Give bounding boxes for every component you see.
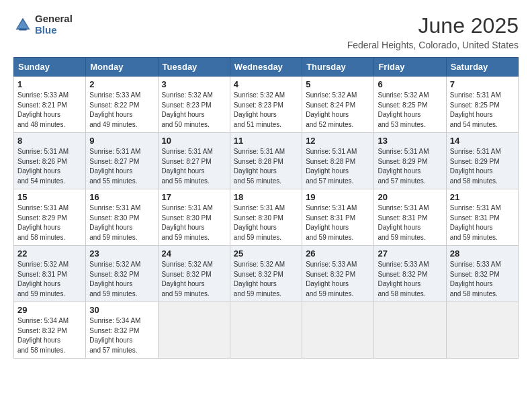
calendar-cell: 10 Sunrise: 5:31 AM Sunset: 8:27 PM Dayl…	[158, 133, 230, 189]
day-number: 13	[378, 136, 442, 146]
svg-rect-2	[19, 28, 26, 30]
col-friday: Friday	[374, 58, 446, 77]
location-subtitle: Federal Heights, Colorado, United States	[347, 40, 519, 50]
calendar-cell: 20 Sunrise: 5:31 AM Sunset: 8:31 PM Dayl…	[374, 189, 446, 246]
calendar-table: Sunday Monday Tuesday Wednesday Thursday…	[13, 57, 519, 359]
day-info: Sunrise: 5:32 AM Sunset: 8:32 PM Dayligh…	[162, 260, 226, 299]
col-sunday: Sunday	[14, 58, 86, 77]
calendar-cell: 14 Sunrise: 5:31 AM Sunset: 8:29 PM Dayl…	[446, 133, 518, 189]
calendar-cell: 7 Sunrise: 5:31 AM Sunset: 8:25 PM Dayli…	[446, 77, 518, 133]
day-number: 8	[17, 136, 82, 146]
calendar-cell: 23 Sunrise: 5:32 AM Sunset: 8:32 PM Dayl…	[86, 246, 158, 302]
calendar-cell: 8 Sunrise: 5:31 AM Sunset: 8:26 PM Dayli…	[14, 133, 86, 189]
calendar-cell: 9 Sunrise: 5:31 AM Sunset: 8:27 PM Dayli…	[86, 133, 158, 189]
day-info: Sunrise: 5:31 AM Sunset: 8:29 PM Dayligh…	[450, 147, 515, 186]
day-number: 20	[378, 192, 442, 202]
day-info: Sunrise: 5:31 AM Sunset: 8:25 PM Dayligh…	[450, 91, 515, 130]
calendar-cell: 11 Sunrise: 5:31 AM Sunset: 8:28 PM Dayl…	[230, 133, 302, 189]
calendar-cell: 26 Sunrise: 5:33 AM Sunset: 8:32 PM Dayl…	[302, 246, 374, 302]
calendar-cell	[302, 302, 374, 359]
col-thursday: Thursday	[302, 58, 374, 77]
day-info: Sunrise: 5:33 AM Sunset: 8:32 PM Dayligh…	[306, 260, 370, 299]
day-number: 14	[450, 136, 515, 146]
calendar-cell	[158, 302, 230, 359]
day-info: Sunrise: 5:32 AM Sunset: 8:32 PM Dayligh…	[234, 260, 298, 299]
calendar-cell: 1 Sunrise: 5:33 AM Sunset: 8:21 PM Dayli…	[14, 77, 86, 133]
day-number: 17	[162, 192, 226, 202]
day-info: Sunrise: 5:33 AM Sunset: 8:32 PM Dayligh…	[378, 260, 442, 299]
calendar-cell: 21 Sunrise: 5:31 AM Sunset: 8:31 PM Dayl…	[446, 189, 518, 246]
calendar-cell: 28 Sunrise: 5:33 AM Sunset: 8:32 PM Dayl…	[446, 246, 518, 302]
day-info: Sunrise: 5:31 AM Sunset: 8:28 PM Dayligh…	[306, 147, 370, 186]
calendar-cell: 2 Sunrise: 5:33 AM Sunset: 8:22 PM Dayli…	[86, 77, 158, 133]
calendar-week-4: 22 Sunrise: 5:32 AM Sunset: 8:31 PM Dayl…	[14, 246, 519, 302]
day-number: 27	[378, 248, 442, 259]
day-number: 16	[89, 192, 154, 202]
logo-general-text: General	[35, 13, 73, 25]
day-number: 11	[234, 136, 298, 146]
col-tuesday: Tuesday	[158, 58, 230, 77]
day-info: Sunrise: 5:32 AM Sunset: 8:25 PM Dayligh…	[378, 91, 442, 130]
day-number: 21	[450, 192, 515, 202]
calendar-cell: 27 Sunrise: 5:33 AM Sunset: 8:32 PM Dayl…	[374, 246, 446, 302]
day-number: 25	[234, 248, 298, 259]
day-number: 12	[306, 136, 370, 146]
logo-icon	[13, 15, 32, 34]
calendar-cell: 29 Sunrise: 5:34 AM Sunset: 8:32 PM Dayl…	[14, 302, 86, 359]
calendar-cell: 22 Sunrise: 5:32 AM Sunset: 8:31 PM Dayl…	[14, 246, 86, 302]
day-info: Sunrise: 5:31 AM Sunset: 8:30 PM Dayligh…	[234, 203, 298, 242]
day-info: Sunrise: 5:32 AM Sunset: 8:24 PM Dayligh…	[306, 91, 370, 130]
day-info: Sunrise: 5:31 AM Sunset: 8:26 PM Dayligh…	[17, 147, 82, 186]
day-info: Sunrise: 5:33 AM Sunset: 8:22 PM Dayligh…	[89, 91, 154, 130]
day-number: 28	[450, 248, 515, 259]
day-info: Sunrise: 5:32 AM Sunset: 8:23 PM Dayligh…	[234, 91, 298, 130]
calendar-week-5: 29 Sunrise: 5:34 AM Sunset: 8:32 PM Dayl…	[14, 302, 519, 359]
day-number: 5	[306, 79, 370, 89]
day-info: Sunrise: 5:31 AM Sunset: 8:29 PM Dayligh…	[378, 147, 442, 186]
calendar-cell: 18 Sunrise: 5:31 AM Sunset: 8:30 PM Dayl…	[230, 189, 302, 246]
day-info: Sunrise: 5:31 AM Sunset: 8:31 PM Dayligh…	[306, 203, 370, 242]
day-number: 6	[378, 79, 442, 89]
day-info: Sunrise: 5:32 AM Sunset: 8:31 PM Dayligh…	[17, 260, 82, 299]
day-info: Sunrise: 5:32 AM Sunset: 8:32 PM Dayligh…	[89, 260, 154, 299]
day-info: Sunrise: 5:31 AM Sunset: 8:29 PM Dayligh…	[17, 203, 82, 242]
calendar-cell: 30 Sunrise: 5:34 AM Sunset: 8:32 PM Dayl…	[86, 302, 158, 359]
day-number: 3	[162, 79, 226, 89]
col-wednesday: Wednesday	[230, 58, 302, 77]
day-number: 19	[306, 192, 370, 202]
calendar-cell: 17 Sunrise: 5:31 AM Sunset: 8:30 PM Dayl…	[158, 189, 230, 246]
day-number: 18	[234, 192, 298, 202]
day-info: Sunrise: 5:34 AM Sunset: 8:32 PM Dayligh…	[89, 316, 154, 355]
calendar-cell: 3 Sunrise: 5:32 AM Sunset: 8:23 PM Dayli…	[158, 77, 230, 133]
day-number: 23	[89, 248, 154, 259]
month-year-title: June 2025	[347, 13, 519, 38]
calendar-cell: 24 Sunrise: 5:32 AM Sunset: 8:32 PM Dayl…	[158, 246, 230, 302]
day-info: Sunrise: 5:31 AM Sunset: 8:30 PM Dayligh…	[89, 203, 154, 242]
day-info: Sunrise: 5:31 AM Sunset: 8:31 PM Dayligh…	[450, 203, 515, 242]
day-number: 22	[17, 248, 82, 259]
calendar-header-row: Sunday Monday Tuesday Wednesday Thursday…	[14, 58, 519, 77]
day-info: Sunrise: 5:33 AM Sunset: 8:21 PM Dayligh…	[17, 91, 82, 130]
calendar-week-3: 15 Sunrise: 5:31 AM Sunset: 8:29 PM Dayl…	[14, 189, 519, 246]
day-number: 10	[162, 136, 226, 146]
day-number: 1	[17, 79, 82, 89]
day-number: 4	[234, 79, 298, 89]
calendar-cell	[446, 302, 518, 359]
logo: General Blue	[13, 13, 73, 36]
day-number: 30	[89, 305, 154, 315]
day-number: 15	[17, 192, 82, 202]
header: General Blue June 2025 Federal Heights, …	[13, 13, 519, 50]
calendar-cell: 4 Sunrise: 5:32 AM Sunset: 8:23 PM Dayli…	[230, 77, 302, 133]
calendar-week-2: 8 Sunrise: 5:31 AM Sunset: 8:26 PM Dayli…	[14, 133, 519, 189]
calendar-cell: 12 Sunrise: 5:31 AM Sunset: 8:28 PM Dayl…	[302, 133, 374, 189]
day-info: Sunrise: 5:31 AM Sunset: 8:28 PM Dayligh…	[234, 147, 298, 186]
day-number: 26	[306, 248, 370, 259]
calendar-cell: 19 Sunrise: 5:31 AM Sunset: 8:31 PM Dayl…	[302, 189, 374, 246]
day-info: Sunrise: 5:31 AM Sunset: 8:30 PM Dayligh…	[162, 203, 226, 242]
day-info: Sunrise: 5:32 AM Sunset: 8:23 PM Dayligh…	[162, 91, 226, 130]
logo-text: General Blue	[35, 13, 73, 36]
day-number: 9	[89, 136, 154, 146]
calendar-cell: 6 Sunrise: 5:32 AM Sunset: 8:25 PM Dayli…	[374, 77, 446, 133]
day-number: 2	[89, 79, 154, 89]
day-info: Sunrise: 5:31 AM Sunset: 8:31 PM Dayligh…	[378, 203, 442, 242]
